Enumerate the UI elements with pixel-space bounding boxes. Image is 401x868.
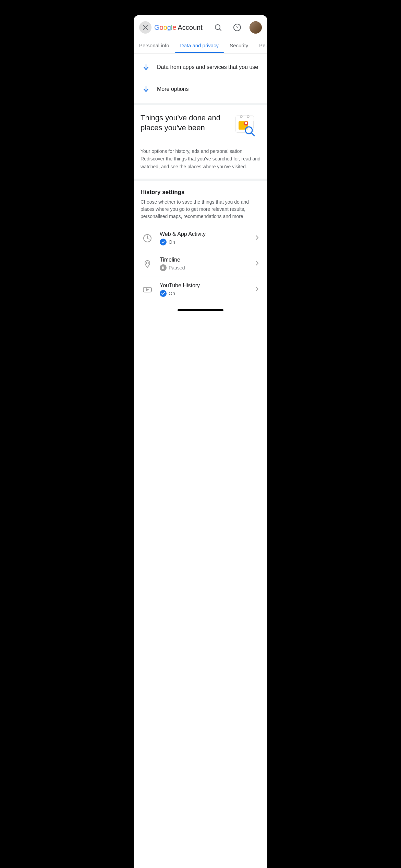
home-indicator xyxy=(178,309,223,311)
more-options-label: More options xyxy=(157,86,189,92)
youtube-history-title: YouTube History xyxy=(160,282,254,289)
avatar[interactable] xyxy=(250,21,262,34)
arrow-down-icon xyxy=(141,62,151,73)
tab-personal-info[interactable]: Personal info xyxy=(134,38,175,53)
app-title: Account xyxy=(178,24,203,32)
web-app-activity-status-text: On xyxy=(169,239,175,245)
arrow-down-icon-2 xyxy=(141,84,151,95)
chevron-right-icon-2 xyxy=(254,260,260,268)
timeline-status: Paused xyxy=(160,264,254,271)
status-pause-badge xyxy=(160,264,167,271)
history-settings-section: History settings Choose whether to save … xyxy=(134,181,267,305)
clock-icon xyxy=(141,231,154,245)
svg-line-3 xyxy=(220,29,221,31)
scroll-items-section: Data from apps and services that you use… xyxy=(134,53,267,105)
navigation-tabs: Personal info Data and privacy Security … xyxy=(134,38,267,53)
svg-text:?: ? xyxy=(236,25,239,30)
google-logo: Google xyxy=(154,24,177,32)
history-settings-title: History settings xyxy=(141,189,260,196)
chevron-right-icon-3 xyxy=(254,286,260,294)
tab-people[interactable]: Pe... xyxy=(254,38,267,53)
youtube-history-status-text: On xyxy=(169,291,175,296)
tab-data-and-privacy[interactable]: Data and privacy xyxy=(175,38,224,53)
svg-rect-10 xyxy=(236,119,254,121)
apps-services-item[interactable]: Data from apps and services that you use xyxy=(134,56,267,78)
timeline-content: Timeline Paused xyxy=(160,257,254,271)
app-header: Google Account ? xyxy=(134,15,267,38)
section-title: Things you've done and places you've bee… xyxy=(141,113,233,133)
timeline-title: Timeline xyxy=(160,257,254,263)
svg-point-20 xyxy=(146,262,148,264)
section-header: Things you've done and places you've bee… xyxy=(141,113,260,142)
web-app-activity-item[interactable]: Web & App Activity On xyxy=(141,226,260,251)
tab-security[interactable]: Security xyxy=(224,38,254,53)
bottom-bar xyxy=(134,305,267,314)
help-button[interactable]: ? xyxy=(230,21,244,34)
close-button[interactable] xyxy=(139,21,151,34)
svg-rect-21 xyxy=(162,267,163,269)
section-description: Your options for history, ads and person… xyxy=(141,147,260,170)
web-app-activity-content: Web & App Activity On xyxy=(160,231,254,245)
timeline-status-text: Paused xyxy=(169,265,185,270)
youtube-history-content: YouTube History On xyxy=(160,282,254,297)
chevron-right-icon xyxy=(254,234,260,243)
svg-marker-24 xyxy=(146,288,149,291)
history-settings-description: Choose whether to save the things that y… xyxy=(141,198,260,220)
svg-rect-22 xyxy=(163,267,165,269)
section-illustration xyxy=(233,113,260,142)
svg-point-15 xyxy=(245,122,247,124)
web-app-activity-status: On xyxy=(160,239,254,245)
apps-services-label: Data from apps and services that you use xyxy=(157,64,258,70)
header-icons: ? xyxy=(211,21,262,34)
web-app-activity-title: Web & App Activity xyxy=(160,231,254,237)
location-icon xyxy=(141,257,154,271)
youtube-icon xyxy=(141,283,154,297)
youtube-history-status: On xyxy=(160,290,254,297)
status-on-badge xyxy=(160,239,167,245)
more-options-item[interactable]: More options xyxy=(134,78,267,100)
status-on-badge-2 xyxy=(160,290,167,297)
youtube-history-item[interactable]: YouTube History On xyxy=(141,277,260,302)
things-done-section: Things you've done and places you've bee… xyxy=(134,105,267,181)
search-button[interactable] xyxy=(211,21,225,34)
timeline-item[interactable]: Timeline Paused xyxy=(141,251,260,277)
